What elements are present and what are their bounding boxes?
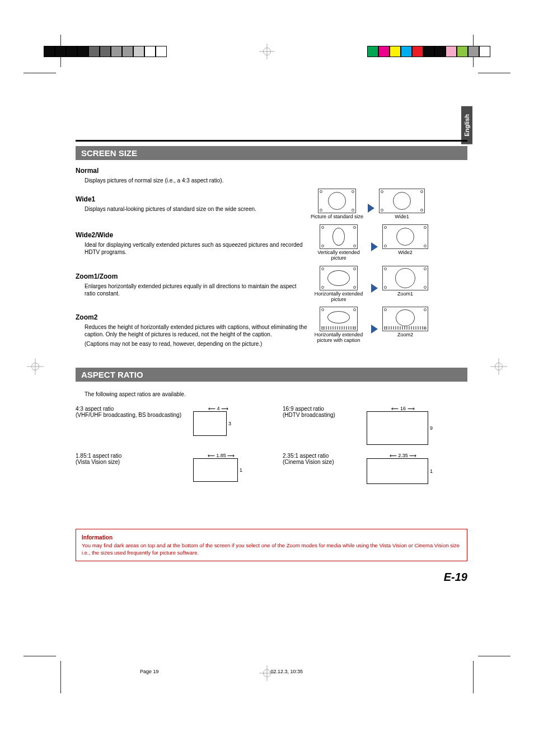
section-title-screen-size: SCREEN SIZE <box>76 146 467 160</box>
diagram-source: Horizontally extended picture with capti… <box>311 307 367 344</box>
heading-wide2: Wide2/Wide <box>76 231 311 239</box>
diagram-source: Vertically extended picture <box>311 224 367 261</box>
footer-timestamp: 02.12.3, 10:35 <box>271 669 303 674</box>
arrow-right-icon <box>368 204 374 213</box>
text-wide2: Ideal for displaying vertically extended… <box>85 241 308 256</box>
diagram-result: Wide2 <box>382 224 428 256</box>
diagram-label: Wide2 <box>398 250 413 256</box>
registration-target-icon <box>27 358 44 375</box>
heading-wide1: Wide1 <box>76 195 311 203</box>
aspect-label: 16:9 aspect ratio (HDTV broadcasting) <box>283 406 361 418</box>
heading-normal: Normal <box>76 167 467 175</box>
crop-mark <box>24 656 56 656</box>
page-number: E-19 <box>444 571 467 584</box>
arrow-right-icon <box>371 242 378 251</box>
text-zoom2-b: (Captions may not be easy to read, howev… <box>85 340 308 348</box>
diagram-result: Wide1 <box>379 189 425 220</box>
information-heading: Information <box>82 534 461 541</box>
aspect-label: 1.85:1 aspect ratio (Vista Vision size) <box>76 453 188 465</box>
arrow-right-icon <box>371 284 378 293</box>
diagram-label: Zoom2 <box>397 332 413 338</box>
text-zoom1: Enlarges horizontally extended pictures … <box>85 283 308 297</box>
heading-zoom1: Zoom1/Zoom <box>76 273 311 280</box>
diagram-label: Picture of standard size <box>311 214 363 220</box>
diagram-source: Horizontally extended picture <box>311 266 367 303</box>
row-zoom2: Zoom2 Reduces the height of horizontally… <box>76 307 467 348</box>
registration-target-icon <box>259 44 275 59</box>
aspect-row-1: 4:3 aspect ratio (VHF/UHF broadcasting, … <box>76 406 467 445</box>
registration-target-icon <box>490 358 507 375</box>
diagram-source: Picture of standard size <box>311 189 363 220</box>
aspect-label: 2.35:1 aspect ratio (Cinema Vision size) <box>283 453 361 465</box>
heading-zoom2: Zoom2 <box>76 313 311 321</box>
diagram-label: Zoom1 <box>397 292 413 297</box>
aspect-row-2: 1.85:1 aspect ratio (Vista Vision size) … <box>76 453 467 484</box>
divider <box>76 140 467 142</box>
diagram-label: Wide1 <box>395 214 409 220</box>
text-zoom2-a: Reduces the height of horizontally exten… <box>85 323 308 338</box>
diagram-label: Horizontally extended picture with capti… <box>311 332 367 344</box>
text-wide1: Displays natural-looking pictures of sta… <box>85 205 308 213</box>
text-aspect-intro: The following aspect ratios are availabl… <box>85 391 308 398</box>
aspect-label: 4:3 aspect ratio (VHF/UHF broadcasting, … <box>76 406 188 418</box>
diagram-label: Horizontally extended picture <box>311 292 367 303</box>
text-normal: Displays pictures of normal size (i.e., … <box>85 177 308 184</box>
information-box: Information You may find dark areas on t… <box>76 529 467 561</box>
arrow-right-icon <box>371 325 378 334</box>
diagram-result: Zoom1 <box>382 266 428 297</box>
footer-meta: Page 19 02.12.3, 10:35 <box>140 669 303 674</box>
page-content: SCREEN SIZE Normal Displays pictures of … <box>76 140 467 561</box>
row-zoom1: Zoom1/Zoom Enlarges horizontally extende… <box>76 266 467 303</box>
crop-mark <box>24 73 56 73</box>
crop-mark <box>478 656 510 656</box>
registration-marks-top <box>0 46 534 62</box>
language-tab: English <box>461 106 472 144</box>
diagram-label: Vertically extended picture <box>311 250 367 261</box>
row-wide2: Wide2/Wide Ideal for displaying vertical… <box>76 224 467 261</box>
footer-page: Page 19 <box>140 669 159 674</box>
section-title-aspect-ratio: ASPECT RATIO <box>76 368 467 382</box>
crop-mark <box>478 73 510 73</box>
row-wide1: Wide1 Displays natural-looking pictures … <box>76 189 467 220</box>
diagram-result: Zoom2 <box>382 307 428 338</box>
information-text: You may find dark areas on top and at th… <box>82 542 461 556</box>
